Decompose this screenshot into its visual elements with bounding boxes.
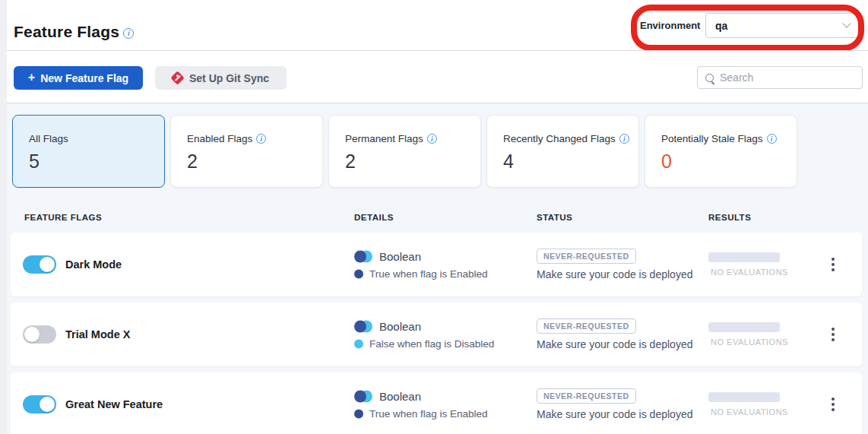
search-box[interactable] [697, 66, 863, 89]
set-up-git-sync-button[interactable]: Set Up Git Sync [155, 66, 287, 90]
info-icon[interactable]: i [767, 134, 777, 144]
flag-name[interactable]: Trial Mode X [65, 328, 130, 341]
flag-status: NEVER-REQUESTED Make sure your code is d… [537, 318, 692, 350]
status-badge: NEVER-REQUESTED [537, 249, 636, 264]
flag-details: Boolean True when flag is Enabled [354, 390, 488, 420]
value-dot-icon [354, 409, 363, 418]
column-header-feature-flags: FEATURE FLAGS [24, 213, 102, 222]
search-icon [705, 74, 714, 82]
status-badge: NEVER-REQUESTED [537, 388, 636, 404]
search-input[interactable] [720, 71, 857, 84]
results-bar [708, 252, 780, 262]
table-row: Dark Mode Boolean True when flag is Enab… [11, 233, 862, 296]
flag-results: NO EVALUATIONS [708, 252, 788, 277]
card-recently-changed-flags-count: 4 [503, 150, 622, 173]
card-all-flags-count: 5 [29, 150, 148, 173]
status-badge: NEVER-REQUESTED [537, 318, 636, 334]
page-title-wrap: Feature Flags i [14, 23, 134, 41]
flag-details: Boolean False when flag is Disabled [354, 320, 494, 350]
flag-name[interactable]: Dark Mode [65, 258, 122, 271]
plus-icon: + [28, 71, 35, 84]
column-header-results: RESULTS [708, 213, 751, 222]
card-enabled-flags[interactable]: Enabled Flags i 2 [170, 115, 323, 188]
annotation-circle [631, 5, 864, 51]
flag-name[interactable]: Great New Feature [65, 398, 163, 410]
flag-status: NEVER-REQUESTED Make sure your code is d… [537, 388, 692, 420]
kebab-menu[interactable] [832, 258, 835, 271]
card-permanent-flags-count: 2 [345, 150, 464, 173]
kebab-menu[interactable] [832, 398, 835, 411]
card-recently-changed-flags[interactable]: Recently Changed Flags i 4 [486, 115, 639, 188]
column-header-details: DETAILS [354, 213, 394, 222]
info-icon[interactable]: i [427, 134, 437, 144]
header-divider [7, 50, 868, 51]
card-all-flags[interactable]: All Flags 5 [12, 115, 165, 188]
boolean-type-icon [354, 390, 372, 402]
info-icon[interactable]: i [256, 134, 266, 144]
value-dot-icon [354, 339, 363, 348]
results-bar [708, 322, 780, 332]
kebab-menu[interactable] [832, 328, 835, 341]
card-enabled-flags-count: 2 [187, 150, 306, 173]
flag-toggle[interactable] [23, 325, 56, 344]
flag-results: NO EVALUATIONS [708, 392, 788, 417]
page-title: Feature Flags [14, 23, 119, 41]
card-potentially-stale-flags-count: 0 [661, 150, 781, 173]
value-dot-icon [354, 269, 363, 278]
boolean-type-icon [354, 250, 372, 262]
info-icon[interactable]: i [123, 28, 134, 39]
card-permanent-flags[interactable]: Permanent Flags i 2 [328, 115, 481, 188]
column-header-status: STATUS [537, 213, 572, 222]
page-left-gutter [0, 0, 7, 434]
flag-toggle[interactable] [23, 395, 56, 413]
table-row: Trial Mode X Boolean False when flag is … [11, 303, 862, 366]
flag-results: NO EVALUATIONS [708, 322, 788, 347]
table-row: Great New Feature Boolean True when flag… [11, 372, 862, 434]
flag-details: Boolean True when flag is Enabled [354, 250, 488, 280]
results-bar [708, 392, 780, 402]
git-icon [170, 71, 184, 84]
flag-status: NEVER-REQUESTED Make sure your code is d… [537, 249, 692, 280]
flag-toggle[interactable] [23, 255, 56, 274]
boolean-type-icon [354, 320, 372, 332]
new-feature-flag-button[interactable]: + New Feature Flag [14, 66, 143, 90]
info-icon[interactable]: i [619, 134, 629, 144]
card-potentially-stale-flags[interactable]: Potentially Stale Flags i 0 [645, 115, 797, 188]
